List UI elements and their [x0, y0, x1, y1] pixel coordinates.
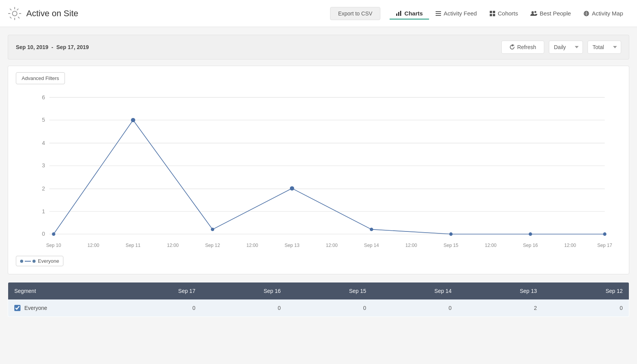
svg-point-53 [529, 232, 532, 236]
svg-point-11 [535, 11, 537, 13]
svg-rect-1 [398, 12, 399, 16]
segment-cell: Everyone [8, 299, 116, 317]
svg-rect-2 [400, 11, 401, 16]
date-start: Sep 10, 2019 [16, 44, 48, 50]
svg-point-50 [290, 186, 294, 191]
svg-rect-9 [493, 14, 495, 16]
tab-activity-map[interactable]: Activity Map [577, 7, 629, 20]
legend-dot [20, 260, 23, 263]
refresh-icon [509, 44, 515, 50]
date-end: Sep 17, 2019 [56, 44, 89, 50]
line-chart: 0 1 2 3 4 5 6 Sep 10 12:00 Sep 11 12:00 … [16, 89, 621, 251]
table-body: Everyone 0 0 0 0 2 0 [8, 299, 629, 317]
svg-text:Sep 14: Sep 14 [364, 243, 379, 248]
svg-rect-7 [493, 11, 495, 13]
svg-text:2: 2 [42, 185, 45, 192]
gear-icon [8, 7, 22, 20]
interval-select[interactable]: Daily Hourly Weekly [549, 41, 583, 54]
cell-sep12: 0 [543, 299, 629, 317]
chart-area: 0 1 2 3 4 5 6 Sep 10 12:00 Sep 11 12:00 … [16, 89, 621, 251]
page-title: Active on Site [26, 9, 78, 19]
svg-point-49 [211, 228, 214, 231]
date-range: Sep 10, 2019 - Sep 17, 2019 [16, 44, 89, 50]
svg-text:Sep 13: Sep 13 [284, 243, 300, 248]
legend-line-segment [25, 261, 31, 262]
svg-text:6: 6 [42, 94, 45, 100]
svg-point-48 [131, 118, 135, 122]
main-content: Sep 10, 2019 - Sep 17, 2019 Refresh Dail… [0, 27, 637, 325]
cell-sep17: 0 [116, 299, 202, 317]
data-table: Segment Sep 17 Sep 16 Sep 15 Sep 14 Sep … [8, 282, 629, 317]
svg-text:1: 1 [42, 208, 45, 214]
svg-text:12:00: 12:00 [405, 243, 417, 248]
date-toolbar: Sep 10, 2019 - Sep 17, 2019 Refresh Dail… [8, 35, 629, 60]
svg-text:Sep 15: Sep 15 [443, 243, 458, 248]
cell-sep13: 2 [458, 299, 543, 317]
tab-best-people[interactable]: Best People [524, 7, 577, 20]
svg-text:12:00: 12:00 [564, 243, 576, 248]
people-icon [530, 10, 537, 17]
svg-marker-17 [512, 44, 514, 46]
app-title-area: Active on Site [8, 7, 78, 20]
export-csv-button[interactable]: Export to CSV [330, 7, 381, 20]
advanced-filters-button[interactable]: Advanced Filters [16, 72, 65, 84]
segment-name: Everyone [24, 305, 47, 311]
cell-sep15: 0 [287, 299, 372, 317]
tab-charts[interactable]: Charts [390, 7, 429, 20]
refresh-button[interactable]: Refresh [501, 41, 544, 54]
svg-rect-5 [436, 15, 441, 16]
legend-everyone[interactable]: Everyone [16, 256, 63, 266]
globe-icon [583, 10, 589, 17]
svg-text:Sep 10: Sep 10 [46, 243, 61, 248]
svg-text:Sep 11: Sep 11 [126, 243, 141, 248]
col-sep12: Sep 12 [543, 282, 629, 300]
svg-point-51 [370, 228, 373, 231]
tab-cohorts[interactable]: Cohorts [483, 7, 525, 20]
svg-text:0: 0 [42, 231, 45, 237]
svg-text:12:00: 12:00 [246, 243, 258, 248]
table-header: Segment Sep 17 Sep 16 Sep 15 Sep 14 Sep … [8, 282, 629, 300]
svg-text:12:00: 12:00 [87, 243, 99, 248]
col-sep17: Sep 17 [116, 282, 202, 300]
toolbar-controls: Refresh Daily Hourly Weekly Total Unique [501, 41, 621, 54]
svg-text:Sep 12: Sep 12 [205, 243, 220, 248]
bar-chart-icon [396, 10, 402, 17]
date-separator: - [51, 44, 53, 50]
cell-sep16: 0 [201, 299, 287, 317]
svg-point-10 [531, 11, 534, 14]
col-sep14: Sep 14 [372, 282, 458, 300]
svg-text:12:00: 12:00 [167, 243, 179, 248]
svg-rect-8 [490, 14, 492, 16]
table-icon [489, 10, 496, 17]
active-tab-indicator [390, 19, 429, 20]
svg-rect-3 [436, 11, 441, 12]
svg-point-52 [449, 232, 453, 236]
col-sep16: Sep 16 [201, 282, 287, 300]
svg-text:Sep 16: Sep 16 [523, 243, 538, 248]
header: Active on Site Export to CSV Charts [0, 0, 637, 27]
total-select[interactable]: Total Unique [588, 41, 621, 54]
svg-text:5: 5 [42, 117, 45, 123]
chart-legend: Everyone [16, 256, 621, 266]
col-segment: Segment [8, 282, 116, 300]
legend-label: Everyone [38, 258, 59, 264]
svg-point-47 [52, 232, 55, 236]
svg-text:4: 4 [42, 140, 45, 146]
svg-text:3: 3 [42, 162, 45, 168]
row-checkbox[interactable] [14, 305, 20, 311]
svg-point-54 [603, 232, 606, 236]
svg-text:Sep 17: Sep 17 [597, 243, 612, 248]
tab-activity-feed[interactable]: Activity Feed [429, 7, 483, 20]
col-sep15: Sep 15 [287, 282, 372, 300]
svg-text:12:00: 12:00 [485, 243, 497, 248]
col-sep13: Sep 13 [458, 282, 543, 300]
list-icon [435, 10, 441, 17]
svg-rect-4 [436, 13, 441, 14]
svg-text:12:00: 12:00 [326, 243, 338, 248]
nav-charts-wrap: Charts [390, 7, 429, 20]
refresh-label: Refresh [517, 44, 536, 50]
svg-rect-0 [396, 14, 397, 16]
legend-dot-right [32, 260, 36, 263]
table-row: Everyone 0 0 0 0 2 0 [8, 299, 629, 317]
chart-container: Advanced Filters 0 1 2 3 4 [8, 66, 629, 274]
